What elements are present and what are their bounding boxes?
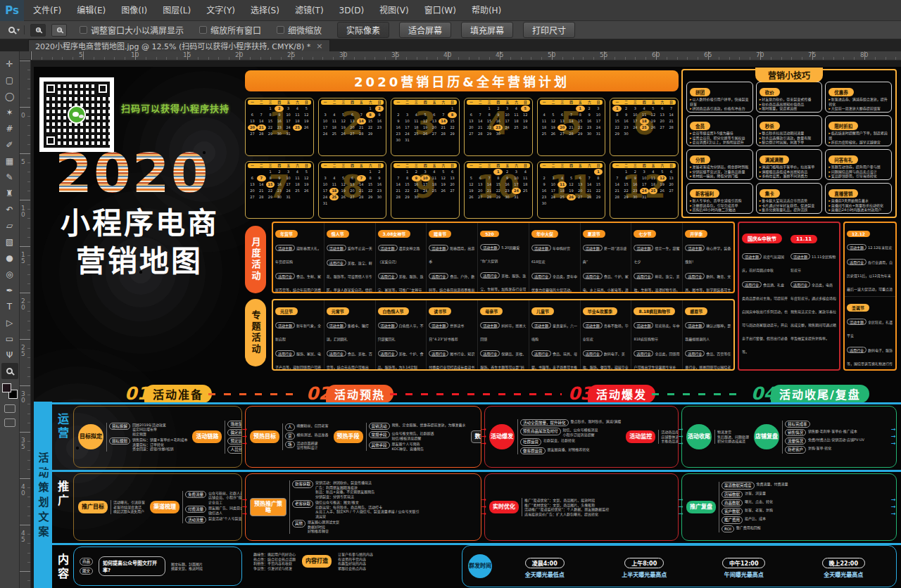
mindmap-node: 预热推广策略 xyxy=(250,498,286,516)
marquee-tool[interactable]: ▢ xyxy=(1,72,18,88)
day-cell: 13 xyxy=(557,118,567,124)
flow-arrows: →→→ xyxy=(481,497,491,517)
close-icon[interactable]: × xyxy=(316,41,322,51)
option-checkbox[interactable]: 细微缩放 xyxy=(277,24,322,36)
day-empty xyxy=(339,169,348,175)
theme-tag: 活动主题 xyxy=(742,253,762,260)
day-cell: 28 xyxy=(357,131,366,137)
day-cell: 15 xyxy=(493,181,503,188)
menu-item-S[interactable]: 选择(S) xyxy=(243,0,287,21)
foreground-color[interactable] xyxy=(2,383,11,392)
day-cell: 21 xyxy=(585,188,594,194)
rectangle-tool[interactable]: ▭ xyxy=(1,331,18,347)
leaf-item: 免费/付费占比·营销活动·店铺PV·UV xyxy=(808,437,864,442)
menu-item-Y[interactable]: 文字(Y) xyxy=(199,0,243,21)
day-cell: 21 xyxy=(257,188,266,194)
eraser-tool[interactable]: ▱ xyxy=(1,217,18,234)
day-cell: 10 xyxy=(594,112,603,118)
menu-item-L[interactable]: 图层(L) xyxy=(155,0,199,21)
menu-item-H[interactable]: 帮助(H) xyxy=(464,0,509,21)
mindmap-leaf: 物流发货售后跟进、问题处理积分兑换达成返还 xyxy=(717,430,749,444)
day-cell: 2 xyxy=(503,169,512,175)
poster-title-line2: 营销地图 xyxy=(76,247,203,276)
screen-mode-button[interactable] xyxy=(4,418,15,427)
option-checkbox[interactable]: 调整窗口大小以满屏显示 xyxy=(80,24,184,36)
leaf-item: 紧跟社会热点内容 xyxy=(338,566,373,571)
path-selection-tool[interactable]: ▷ xyxy=(1,314,18,331)
current-tool-chip[interactable]: ▾ xyxy=(4,25,25,34)
lasso-tool[interactable]: ◯ xyxy=(1,88,18,104)
day-cell: 5 xyxy=(657,169,667,175)
dodge-tool[interactable]: ◎ xyxy=(1,266,18,282)
type-tool[interactable]: T xyxy=(1,298,18,314)
menu-item-3DD[interactable]: 3D(D) xyxy=(332,0,372,21)
hand-tool[interactable]: Ψ xyxy=(1,347,18,363)
day-cell: 13 xyxy=(248,181,257,188)
special-band: 元旦节活动主题新年新气象，全新启程适用行业服饰、家居、电子产品等，迎新回馈用户可… xyxy=(272,299,735,371)
eyedropper-tool[interactable]: ✐ xyxy=(1,136,18,153)
day-cell: 29 xyxy=(622,194,631,200)
gradient-tool[interactable]: ▧ xyxy=(1,234,18,250)
mindmap-cluster: 预热手段营销活动预售、定金膨胀、优惠券提前发放，为爆发蓄水常规手段公众号推文预告… xyxy=(334,423,466,451)
day-cell: 23 xyxy=(540,194,549,200)
open-pill: 图文 xyxy=(80,568,93,575)
crop-tool[interactable]: # xyxy=(1,120,18,136)
day-cell: 24 xyxy=(284,188,293,194)
option-button-3[interactable]: 打印尺寸 xyxy=(523,22,575,38)
day-cell: 31 xyxy=(640,194,649,200)
checkbox-icon[interactable] xyxy=(277,26,284,34)
weekday-header: 一二三四五六日 xyxy=(248,100,311,105)
quick-mask-button[interactable] xyxy=(4,404,15,413)
menu-item-V[interactable]: 视图(V) xyxy=(372,0,417,21)
leaf-items: 活动曝光、引流获客老客持续深度激活唤起沉默&流失用户 xyxy=(113,500,145,514)
option-checkbox[interactable]: 缩放所有窗口 xyxy=(199,24,261,36)
day-cell: 12 xyxy=(467,181,476,188)
menu-item-E[interactable]: 编辑(E) xyxy=(69,0,113,21)
mindmap-leaf: 人唤醒粉丝、召回老客 xyxy=(285,423,329,430)
activity-industry: 适用行业数码、教育、文具、图书等，新学期装备可主推开学季囤货清单! xyxy=(685,267,731,292)
menu-item-W[interactable]: 窗口(W) xyxy=(417,0,464,21)
day-empty xyxy=(329,106,339,112)
menu-item-T[interactable]: 滤镜(T) xyxy=(287,0,332,21)
option-button-1[interactable]: 适合屏幕 xyxy=(399,22,451,38)
document-canvas[interactable]: 扫码可以获得小程序扶持 2020 小程序电商 营销地图 2020营销日历&全年营… xyxy=(31,60,901,588)
document-tab[interactable]: 2020小程序电商营销地图.jpg @ 12.5% (扫码可以获得小程序扶持, … xyxy=(28,39,330,51)
day-cell: 6 xyxy=(348,175,357,181)
checkbox-icon[interactable] xyxy=(199,26,207,34)
day-cell: 6 xyxy=(657,106,667,112)
color-swatches[interactable] xyxy=(2,383,18,399)
pen-tool[interactable]: ✒ xyxy=(1,282,18,298)
brush-tool[interactable]: ✎ xyxy=(1,169,18,185)
option-button-0[interactable]: 实际像素 xyxy=(337,22,389,38)
history-brush-tool[interactable]: ↶ xyxy=(1,201,18,217)
ruler-mark: 35 xyxy=(21,437,27,450)
mindmap-leaves: 场地生成确定主题、节奏、物料确定商品主推款·引流款·利润款预定玩法营销工具+优惠… xyxy=(225,421,242,454)
day-cell: 13 xyxy=(348,181,357,188)
menu-item-I[interactable]: 图像(I) xyxy=(113,0,155,21)
day-cell: 26 xyxy=(439,188,448,194)
industry-tag: 适用行业 xyxy=(480,350,500,357)
checkbox-label: 缩放所有窗口 xyxy=(210,24,261,36)
healing-brush-tool[interactable]: ▦ xyxy=(1,153,18,169)
zoom-out-button[interactable]: − xyxy=(51,24,67,37)
day-cell: 29 xyxy=(493,194,503,200)
clone-stamp-tool[interactable]: ♜ xyxy=(1,185,18,201)
blur-tool[interactable]: ● xyxy=(1,250,18,266)
leaf-item: 微信达人 xyxy=(208,511,242,516)
day-cell: 13 xyxy=(667,175,676,181)
photoshop-logo[interactable]: Ps xyxy=(0,0,24,21)
leaf-items: 回顾2019年活动效果设定同比增长率拟定预算 xyxy=(132,423,166,437)
option-button-2[interactable]: 填充屏幕 xyxy=(461,22,513,38)
zoom-in-button[interactable]: + xyxy=(30,24,46,37)
menu-item-F[interactable]: 文件(F) xyxy=(25,0,69,21)
zoom-tool[interactable] xyxy=(1,363,18,379)
move-tool[interactable]: ✛ xyxy=(1,56,18,72)
day-cell: 19 xyxy=(649,118,658,124)
day-cell: 17 xyxy=(321,188,330,194)
day-empty xyxy=(248,106,257,112)
quick-selection-tool[interactable]: ✶ xyxy=(1,104,18,120)
checkbox-icon[interactable] xyxy=(80,26,87,34)
day-cell: 11 xyxy=(649,175,658,181)
day-cell: 8 xyxy=(266,112,275,118)
day-cell: 27 xyxy=(248,194,257,200)
